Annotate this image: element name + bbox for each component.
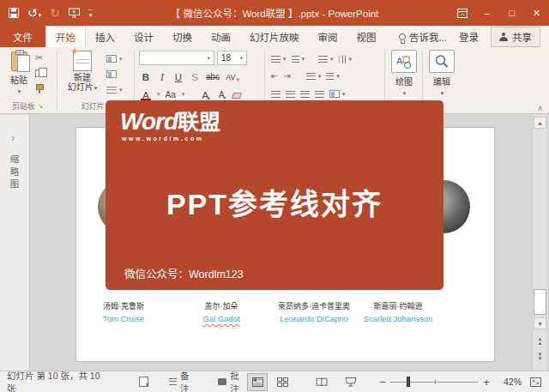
text-direction-button[interactable]: ▾ xyxy=(339,52,353,65)
customize-qat-icon[interactable]: ‒▾ xyxy=(88,7,93,19)
cut-button[interactable]: ✂ xyxy=(35,51,48,64)
tab-design[interactable]: 设计 xyxy=(124,26,163,47)
sign-in-button[interactable]: 登录 xyxy=(459,30,479,44)
ribbon-tab-row: 文件 开始 插入 设计 切换 动画 幻灯片放映 审阅 视图 告诉我... 登录 … xyxy=(0,26,549,47)
align-left-button[interactable] xyxy=(271,87,281,100)
tab-animations[interactable]: 动画 xyxy=(202,26,240,47)
font-color-button[interactable]: A xyxy=(140,87,152,101)
paragraph-row-1: ▾ ▾ ▾ ▾ xyxy=(271,52,352,65)
paste-button[interactable]: 粘贴 ▾ xyxy=(4,50,33,95)
scroll-up-icon[interactable]: ▲ xyxy=(534,117,546,129)
slides-small-buttons: ▾ ▾ xyxy=(106,52,123,96)
clear-formatting-icon[interactable] xyxy=(232,93,242,99)
align-left-icon xyxy=(271,91,281,98)
previous-slide-button[interactable]: ▲▲ xyxy=(534,335,546,347)
status-bar: 幻灯片 第 10 张，共 10 张 备注 批注 − + 42% xyxy=(0,371,549,392)
bold-button[interactable]: B xyxy=(140,69,152,83)
slide-counter[interactable]: 幻灯片 第 10 张，共 10 张 xyxy=(7,369,106,392)
tab-view[interactable]: 视图 xyxy=(347,26,386,47)
font-name-combo[interactable]: ▾ xyxy=(139,51,214,65)
zoom-in-button[interactable]: + xyxy=(480,376,492,389)
tab-review[interactable]: 审阅 xyxy=(309,26,347,47)
zoom-out-button[interactable]: − xyxy=(377,376,389,389)
clipboard-group-label: 剪贴板 ↘ xyxy=(2,100,53,112)
maximize-button[interactable]: □ xyxy=(499,0,524,26)
reading-view-button[interactable] xyxy=(311,373,332,391)
columns-button[interactable]: ▾ xyxy=(306,69,322,82)
tab-slideshow[interactable]: 幻灯片放映 xyxy=(240,26,309,47)
collapse-ribbon-icon[interactable]: ∧ xyxy=(537,104,543,112)
comments-button[interactable]: 批注 xyxy=(218,369,247,392)
justify-button[interactable] xyxy=(315,87,324,100)
proofing-error-icon[interactable] xyxy=(139,377,148,387)
line-spacing-button[interactable]: ▾ xyxy=(318,52,334,65)
expand-thumbnails-icon[interactable]: › xyxy=(11,132,15,144)
reset-slide-button[interactable] xyxy=(106,68,123,81)
section-button[interactable]: ▾ xyxy=(106,83,123,96)
text-shadow-button[interactable]: S xyxy=(189,69,201,83)
window-controls: – □ ✕ xyxy=(449,0,549,26)
shrink-font-button[interactable]: A▾ xyxy=(216,87,228,101)
clipboard-dialog-launcher-icon[interactable]: ↘ xyxy=(38,103,43,110)
tab-insert[interactable]: 插入 xyxy=(86,26,124,47)
notes-button[interactable]: 备注 xyxy=(169,369,197,392)
zoom-percentage[interactable]: 42% xyxy=(496,377,522,387)
start-slideshow-icon[interactable] xyxy=(69,8,80,18)
next-slide-button[interactable]: ▼▼ xyxy=(534,351,546,363)
font-size-combo[interactable]: 18▾ xyxy=(217,51,247,65)
zoom-slider-thumb[interactable] xyxy=(407,377,410,387)
strikethrough-button[interactable]: abc xyxy=(205,69,220,83)
tab-home[interactable]: 开始 xyxy=(45,26,86,47)
save-icon[interactable] xyxy=(9,8,19,18)
group-separator xyxy=(57,51,57,111)
scrollbar-thumb[interactable] xyxy=(534,289,546,315)
change-case-button[interactable]: Aa xyxy=(165,87,177,101)
italic-button[interactable]: I xyxy=(156,69,168,83)
normal-view-button[interactable] xyxy=(247,373,268,391)
slide-layout-button[interactable]: ▾ xyxy=(106,52,123,65)
character-spacing-button[interactable]: AV▾ xyxy=(225,69,240,83)
name-block-leonardo-dicaprio[interactable]: 莱昂纳多·迪卡普里奥 Leonardo DiCaprio xyxy=(278,300,350,323)
grow-font-button[interactable]: A▴ xyxy=(200,87,212,101)
status-right: − + 42% xyxy=(247,373,549,391)
slide-show-button[interactable] xyxy=(341,373,361,391)
redo-button[interactable]: ↻ xyxy=(50,7,60,19)
layout-icon xyxy=(106,55,117,63)
align-text-button[interactable]: ▾ xyxy=(326,69,340,82)
zoom-slider[interactable] xyxy=(390,382,479,383)
tell-me-button[interactable]: 告诉我... xyxy=(399,30,447,44)
align-center-button[interactable] xyxy=(286,87,295,100)
increase-indent-button[interactable]: ⇥ xyxy=(283,69,290,82)
name-block-scarlett-johansson[interactable]: 斯嘉丽·约翰逊 Scarlett Johansson xyxy=(364,300,433,323)
thumbnail-panel-collapsed[interactable]: › 缩略图 xyxy=(0,115,30,371)
format-painter-button[interactable] xyxy=(35,82,48,95)
fit-slide-to-window-button[interactable] xyxy=(527,373,544,391)
vertical-scrollbar[interactable]: ▲ ▼ ▲▲ ▼▼ xyxy=(532,115,546,371)
convert-smartart-button[interactable]: ▾ xyxy=(329,87,346,100)
numbering-button[interactable]: ▾ xyxy=(292,52,305,65)
copy-button[interactable]: ▾ xyxy=(35,67,48,80)
drawing-icon: A xyxy=(391,50,417,73)
underline-button[interactable]: U xyxy=(172,69,184,83)
new-slide-button[interactable]: 新建幻灯片▾ xyxy=(63,50,101,92)
tab-transitions[interactable]: 切换 xyxy=(163,26,202,47)
zoom-slider-tick xyxy=(435,379,436,384)
drawing-button[interactable]: A 绘图 ▾ xyxy=(389,50,419,97)
slide-sorter-view-button[interactable] xyxy=(272,373,293,391)
editing-button[interactable]: 编辑 ▾ xyxy=(426,50,457,97)
title-bar: ↺▾ ↻ ‒▾ 【 微信公众号：Word联盟 】.pptx - PowerPoi… xyxy=(0,0,549,26)
name-block-tom-cruise[interactable]: 汤姆·克鲁斯 Tom Cruise xyxy=(103,300,144,323)
close-button[interactable]: ✕ xyxy=(524,0,549,26)
ribbon-display-options-icon[interactable] xyxy=(449,0,474,26)
new-slide-icon xyxy=(73,51,92,71)
minimize-button[interactable]: – xyxy=(474,0,499,26)
decrease-indent-button[interactable]: ⇤ xyxy=(271,69,278,82)
comments-icon xyxy=(218,378,226,385)
bullets-button[interactable]: ▾ xyxy=(271,52,287,65)
align-right-button[interactable] xyxy=(300,87,310,100)
name-block-gal-gadot[interactable]: 盖尔·加朵 Gal Gadot xyxy=(202,300,239,323)
undo-button[interactable]: ↺▾ xyxy=(27,7,41,19)
scroll-down-icon[interactable]: ▼ xyxy=(534,317,546,329)
tab-file[interactable]: 文件 xyxy=(0,26,45,47)
share-button[interactable]: 共享 xyxy=(491,27,540,47)
